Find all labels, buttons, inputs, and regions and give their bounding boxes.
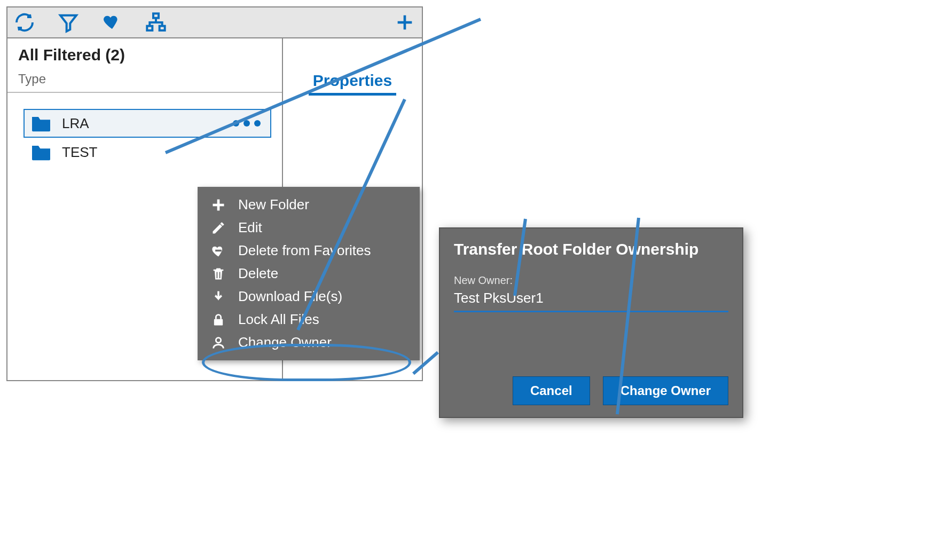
tab-properties[interactable]: Properties (309, 70, 396, 96)
menu-lock-all[interactable]: Lock All Files (198, 308, 420, 331)
dialog-title: Transfer Root Folder Ownership (454, 240, 728, 258)
list-title: All Filtered (2) (7, 38, 282, 67)
svg-rect-1 (153, 13, 159, 18)
change-owner-button[interactable]: Change Owner (603, 376, 728, 405)
svg-rect-3 (160, 26, 165, 30)
svg-point-12 (216, 337, 221, 342)
svg-rect-7 (213, 203, 224, 206)
download-icon (210, 289, 226, 305)
menu-label: Lock All Files (238, 311, 319, 328)
refresh-icon[interactable] (13, 11, 36, 34)
trash-icon (210, 266, 226, 282)
more-actions-icon[interactable] (233, 120, 261, 127)
lock-icon (210, 312, 226, 328)
menu-label: New Folder (238, 196, 309, 213)
cancel-button[interactable]: Cancel (513, 376, 590, 405)
menu-label: Delete from Favorites (238, 242, 371, 259)
menu-change-owner[interactable]: Change Owner (198, 331, 420, 354)
menu-edit[interactable]: Edit (198, 216, 420, 239)
tree-icon[interactable] (144, 11, 168, 34)
column-header-type[interactable]: Type (7, 67, 282, 93)
person-icon (210, 335, 226, 351)
plus-icon (210, 197, 226, 213)
pencil-icon (210, 220, 226, 236)
heart-remove-icon (210, 243, 226, 259)
folder-row-test[interactable]: TEST (23, 138, 271, 167)
folder-row-lra[interactable]: LRA (23, 109, 271, 138)
folder-icon (30, 143, 52, 161)
svg-marker-0 (60, 15, 76, 31)
panel-toolbar (7, 7, 422, 37)
svg-rect-9 (217, 272, 218, 278)
menu-label: Change Owner (238, 334, 332, 351)
add-icon[interactable] (393, 11, 417, 34)
menu-download[interactable]: Download File(s) (198, 285, 420, 308)
menu-label: Delete (238, 265, 278, 282)
menu-label: Download File(s) (238, 288, 342, 305)
folder-icon (30, 114, 52, 132)
menu-delete-favorites[interactable]: Delete from Favorites (198, 239, 420, 262)
menu-new-folder[interactable]: New Folder (198, 193, 420, 216)
folder-name: LRA (62, 115, 89, 132)
favorite-icon[interactable] (100, 11, 124, 34)
new-owner-label: New Owner: (454, 274, 728, 287)
transfer-ownership-dialog: Transfer Root Folder Ownership New Owner… (439, 227, 743, 418)
folder-context-menu: New Folder Edit Delete from Favorites De… (198, 187, 420, 360)
new-owner-input[interactable] (454, 289, 728, 312)
filter-icon[interactable] (57, 11, 80, 34)
svg-rect-11 (214, 319, 223, 325)
svg-rect-2 (147, 26, 152, 30)
svg-rect-10 (219, 272, 221, 278)
svg-rect-8 (215, 249, 222, 251)
menu-delete[interactable]: Delete (198, 262, 420, 285)
menu-label: Edit (238, 219, 262, 236)
folder-name: TEST (62, 144, 97, 161)
